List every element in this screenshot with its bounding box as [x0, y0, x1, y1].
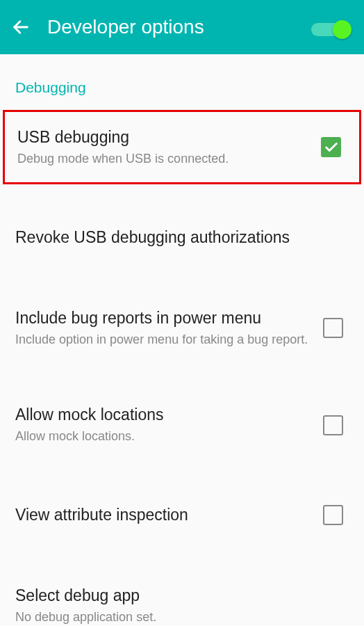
item-title: Allow mock locations	[15, 405, 312, 426]
item-usb-debugging[interactable]: USB debugging Debug mode when USB is con…	[5, 112, 359, 182]
item-bug-reports[interactable]: Include bug reports in power menu Includ…	[0, 291, 364, 364]
item-select-debug-app[interactable]: Select debug app No debug application se…	[0, 569, 364, 626]
settings-list: Debugging USB debugging Debug mode when …	[0, 54, 364, 626]
highlight-usb-debugging: USB debugging Debug mode when USB is con…	[3, 110, 361, 184]
checkbox-usb-debugging[interactable]	[321, 137, 341, 157]
item-text: USB debugging Debug mode when USB is con…	[17, 127, 321, 167]
item-text: Allow mock locations Allow mock location…	[15, 405, 323, 444]
item-view-attr-inspection[interactable]: View attribute inspection	[0, 485, 364, 545]
check-icon	[324, 140, 339, 155]
item-subtitle: No debug application set.	[15, 609, 338, 625]
master-switch[interactable]	[311, 20, 350, 34]
item-title: USB debugging	[17, 127, 310, 148]
checkbox-attr-inspection[interactable]	[323, 505, 343, 525]
item-text: Select debug app No debug application se…	[15, 586, 349, 625]
item-subtitle: Include option in power menu for taking …	[15, 332, 312, 348]
back-icon[interactable]	[11, 17, 31, 37]
item-text: Include bug reports in power menu Includ…	[15, 308, 323, 348]
switch-thumb	[333, 20, 351, 39]
item-title: Revoke USB debugging authorizations	[15, 225, 338, 251]
checkbox-mock-locations[interactable]	[323, 415, 343, 435]
app-header: Developer options	[0, 0, 364, 54]
item-mock-locations[interactable]: Allow mock locations Allow mock location…	[0, 388, 364, 461]
section-header-debugging: Debugging	[0, 54, 364, 110]
item-title: Select debug app	[15, 586, 338, 607]
page-title: Developer options	[47, 16, 204, 38]
item-revoke-usb-auth[interactable]: Revoke USB debugging authorizations	[0, 208, 364, 268]
item-title: Include bug reports in power menu	[15, 308, 312, 329]
item-text: Revoke USB debugging authorizations	[15, 225, 349, 251]
item-text: View attribute inspection	[15, 502, 323, 529]
item-title: View attribute inspection	[15, 502, 312, 529]
item-subtitle: Allow mock locations.	[15, 428, 312, 444]
checkbox-bug-reports[interactable]	[323, 318, 343, 338]
item-subtitle: Debug mode when USB is connected.	[17, 151, 310, 167]
